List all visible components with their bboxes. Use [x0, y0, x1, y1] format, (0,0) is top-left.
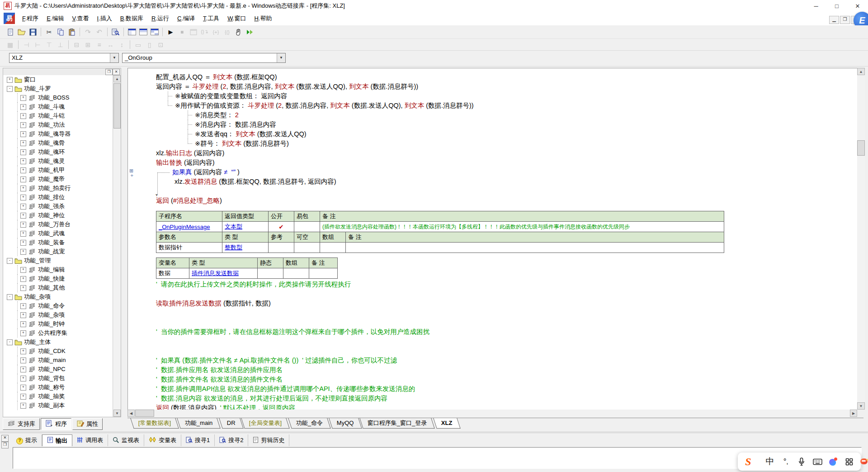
- tree-item[interactable]: +功能_抽奖: [3, 392, 113, 401]
- window-split-2-icon[interactable]: [137, 27, 149, 38]
- scroll-left-icon[interactable]: ◀: [127, 410, 135, 417]
- tree-item-label[interactable]: 功能_装备: [38, 238, 65, 247]
- tree-item-label[interactable]: 功能_万兽台: [38, 220, 71, 229]
- tree-item-label[interactable]: 功能_战宠: [38, 248, 65, 256]
- tree-expand-toggle[interactable]: +: [20, 240, 26, 246]
- tree-expand-toggle[interactable]: +: [20, 222, 26, 228]
- bottom-tab-调用表[interactable]: 调用表: [72, 434, 108, 446]
- tree-expand-toggle[interactable]: +: [20, 358, 26, 363]
- tree-expand-toggle[interactable]: -: [7, 339, 13, 345]
- tree-item[interactable]: +功能_命令: [3, 301, 113, 310]
- code-hscrollbar[interactable]: ◀ ▶: [127, 410, 857, 417]
- tree-item[interactable]: +功能_其他: [3, 283, 113, 292]
- tree-item[interactable]: +功能_魂环: [3, 148, 113, 157]
- tree-item-label[interactable]: 功能_功法: [38, 121, 65, 129]
- find-icon[interactable]: [110, 27, 121, 38]
- bottom-tab-搜寻1[interactable]: 搜寻1: [181, 434, 215, 446]
- paste-icon[interactable]: [66, 27, 77, 38]
- tree-item-label[interactable]: 功能_抽奖: [38, 392, 65, 400]
- tree-item-label[interactable]: 功能_NPC: [38, 365, 66, 373]
- window-split-3-icon[interactable]: [149, 27, 160, 38]
- tree-expand-toggle[interactable]: +: [20, 213, 26, 219]
- mdi-minimize-button[interactable]: ▁: [829, 16, 839, 24]
- code-line[interactable]: ' 请勿在此执行上传文件之类的耗时操作，此类操作请另开线程执行: [156, 280, 857, 289]
- tree-expand-toggle[interactable]: +: [20, 167, 26, 173]
- code-line[interactable]: 返回内容 ＝ 斗罗处理 (2, 数据.消息内容, 到文本 (数据.发送人QQ),…: [156, 82, 857, 91]
- code-line[interactable]: ※消息内容： 数据.消息内容: [156, 120, 857, 129]
- subroutine-combobox[interactable]: _OnGroup ▼: [122, 53, 286, 63]
- code-line[interactable]: ' 数据.插件调用API信息 欲发送消息的插件通过调用哪个API、传递哪些参数来…: [156, 384, 857, 394]
- tree-item-label[interactable]: 功能_main: [38, 356, 66, 364]
- tree-item-label[interactable]: 公共程序集: [38, 329, 67, 337]
- tree-item-label[interactable]: 功能_魔帝: [38, 175, 65, 183]
- menu-h[interactable]: H.帮助: [250, 12, 276, 25]
- code-line[interactable]: ' 如果真 (数据.插件文件名 ≠ Api.取插件文件名 ()) ' 过滤插件自…: [156, 356, 857, 365]
- menu-w[interactable]: W.窗口: [223, 12, 250, 25]
- tree-expand-toggle[interactable]: +: [20, 276, 26, 282]
- tree-item-label[interactable]: 功能_拍卖行: [38, 184, 71, 192]
- tree-item[interactable]: +窗口: [3, 75, 113, 84]
- tree-item-label[interactable]: 功能_副本: [38, 401, 65, 410]
- tree-expand-toggle[interactable]: +: [20, 204, 26, 210]
- code-line[interactable]: ※发送者qq： 到文本 (数据.发送人QQ): [156, 129, 857, 139]
- doc-tab-XLZ[interactable]: XLZ: [433, 418, 460, 429]
- workspace-tab-支持库[interactable]: 支持库: [3, 418, 40, 430]
- tree-expand-toggle[interactable]: +: [20, 394, 26, 400]
- tree-item[interactable]: +功能_杂项: [3, 310, 113, 319]
- tree-expand-toggle[interactable]: +: [20, 303, 26, 309]
- save-icon[interactable]: [27, 27, 38, 38]
- tree-item-label[interactable]: 功能_称号: [38, 383, 65, 391]
- menu-f[interactable]: F.程序: [18, 12, 42, 25]
- tree-expand-toggle[interactable]: +: [20, 267, 26, 273]
- tree-item-label[interactable]: 功能_管理: [24, 257, 51, 265]
- menu-b[interactable]: B.数据库: [116, 12, 147, 25]
- tree-item-label[interactable]: 功能_斗罗: [24, 85, 51, 93]
- tree-expand-toggle[interactable]: +: [20, 113, 26, 119]
- bottom-tab-提示[interactable]: ?提示: [12, 434, 42, 446]
- code-vscrollbar-thumb[interactable]: [857, 140, 865, 156]
- open-file-icon[interactable]: [16, 27, 27, 38]
- tree-item-label[interactable]: 功能_强杀: [38, 202, 65, 210]
- tree-expand-toggle[interactable]: -: [7, 258, 13, 264]
- tree-item-label[interactable]: 功能_斗铠: [38, 112, 65, 120]
- tree-item[interactable]: -功能_斗罗: [3, 84, 113, 93]
- copy-icon[interactable]: [55, 27, 66, 38]
- tree-item[interactable]: -功能_管理: [3, 256, 113, 265]
- tree-item-label[interactable]: 功能_杂项: [38, 311, 65, 319]
- tree-item[interactable]: +功能_斗铠: [3, 111, 113, 120]
- tree-expand-toggle[interactable]: +: [20, 122, 26, 128]
- tree-item[interactable]: +功能_魂灵: [3, 157, 113, 166]
- tree-item-label[interactable]: 功能_魂导器: [38, 130, 71, 138]
- code-line[interactable]: ' 当你的插件需要弹框时，请在信息框标题注明这个弹框来自于哪个插件，以免对用户造…: [156, 327, 857, 337]
- tree-item[interactable]: +功能_称号: [3, 383, 113, 392]
- bottom-tab-变量表[interactable]: 变量表: [144, 434, 181, 446]
- tree-item[interactable]: +功能_装备: [3, 238, 113, 247]
- tree-item-label[interactable]: 功能_武魂: [38, 229, 65, 238]
- tree-item[interactable]: +功能_魂骨: [3, 138, 113, 148]
- tree-scrollbar[interactable]: ▲ ▼: [113, 75, 121, 417]
- sogou-logo-icon[interactable]: S: [743, 453, 753, 470]
- tree-expand-toggle[interactable]: +: [20, 321, 26, 327]
- workspace-tab-属性[interactable]: 属性: [72, 418, 103, 430]
- tree-item[interactable]: +功能_万兽台: [3, 220, 113, 229]
- code-line[interactable]: 如果真 (返回内容 ≠ “” ): [156, 167, 857, 177]
- tree-item[interactable]: +功能_排位: [3, 193, 113, 202]
- code-line[interactable]: xlz.发送群消息 (数据.框架QQ, 数据.消息群号, 返回内容): [156, 177, 857, 186]
- tree-item-label[interactable]: 功能_斗魂: [38, 103, 65, 111]
- cut-icon[interactable]: ✂: [43, 27, 55, 38]
- menu-e[interactable]: E.编辑: [42, 12, 68, 25]
- doc-tab-DR[interactable]: DR: [219, 418, 243, 429]
- tree-item-label[interactable]: 功能_背包: [38, 374, 65, 382]
- menu-i[interactable]: I.插入: [93, 12, 116, 25]
- toolbox-icon[interactable]: [844, 458, 854, 466]
- tree-item[interactable]: +功能_副本: [3, 401, 113, 410]
- tree-item-label[interactable]: 功能_快捷: [38, 275, 65, 283]
- tree-expand-toggle[interactable]: +: [20, 249, 26, 255]
- tree-expand-toggle[interactable]: +: [7, 77, 13, 83]
- tree-item[interactable]: -功能_杂项: [3, 292, 113, 301]
- tree-item-label[interactable]: 窗口: [24, 76, 36, 84]
- menu-c[interactable]: C.编译: [173, 12, 199, 25]
- scroll-up-icon[interactable]: ▲: [857, 68, 865, 75]
- dock-restore-icon[interactable]: ❐: [1, 442, 9, 448]
- code-line[interactable]: ※群号： 到文本 (数据.消息群号): [156, 139, 857, 148]
